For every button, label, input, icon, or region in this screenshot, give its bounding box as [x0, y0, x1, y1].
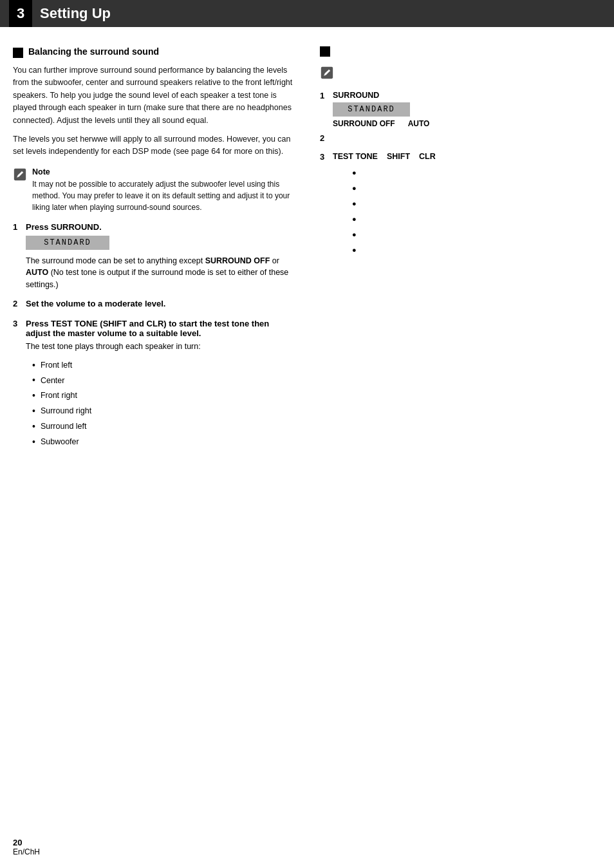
right-list-item [352, 180, 601, 196]
step-3-body: The test tone plays through each speaker… [26, 341, 294, 353]
shift-label: SHIFT [387, 152, 410, 161]
body-text-1: You can further improve surround sound p… [13, 64, 294, 127]
display-box-standard: STANDARD [26, 236, 109, 250]
note-icon [13, 167, 27, 182]
auto-bold: AUTO [26, 268, 48, 277]
step-1-body: The surround mode can be set to anything… [26, 255, 294, 291]
page-number: 20 [13, 838, 40, 847]
step-2-title: Set the volume to a moderate level. [26, 299, 294, 308]
note-text: It may not be possible to accurately adj… [32, 178, 294, 213]
right-surround-label: SURROUND [333, 91, 601, 100]
step-3: 3 Press TEST TONE (SHIFT and CLR) to sta… [13, 319, 294, 450]
step-2-content: Set the volume to a moderate level. [26, 299, 294, 311]
surround-options: SURROUND OFF AUTO [333, 119, 601, 128]
step-2-number: 2 [13, 299, 26, 308]
right-section-marker [320, 46, 330, 57]
step-2: 2 Set the volume to a moderate level. [13, 299, 294, 311]
left-column: Balancing the surround sound You can fur… [13, 46, 313, 457]
section-marker [13, 48, 23, 58]
right-column: 1 SURROUND STANDARD SURROUND OFF AUTO 2 … [313, 46, 601, 457]
body-text-2: The levels you set herwwe will apply to … [13, 133, 294, 158]
right-list-item [352, 196, 601, 211]
right-list-item [352, 211, 601, 227]
page-header: 3 Setting Up [0, 0, 614, 27]
right-speaker-list [352, 165, 601, 258]
list-item: Subwoofer [32, 435, 294, 450]
surround-off-label: SURROUND OFF [333, 119, 395, 128]
step-3-content: Press TEST TONE (SHIFT and CLR) to start… [26, 319, 294, 450]
chapter-title: Setting Up [40, 5, 111, 22]
right-step-3-content: TEST TONE SHIFT CLR [333, 152, 601, 258]
list-item: Surround left [32, 419, 294, 435]
step-1-content: Press SURROUND. STANDARD The surround mo… [26, 222, 294, 291]
test-tone-label: TEST TONE [333, 152, 378, 161]
right-test-tone-row: TEST TONE SHIFT CLR [333, 152, 601, 161]
step-1: 1 Press SURROUND. STANDARD The surround … [13, 222, 294, 291]
locale-label: En/ChH [13, 847, 40, 856]
right-display-standard: STANDARD [333, 102, 410, 117]
right-step-3: 3 TEST TONE SHIFT CLR [320, 152, 601, 258]
step-3-number: 3 [13, 319, 26, 328]
auto-option-label: AUTO [408, 119, 430, 128]
chapter-number: 3 [9, 0, 32, 27]
right-list-item [352, 242, 601, 258]
main-content: Balancing the surround sound You can fur… [0, 27, 614, 470]
right-note-icon [320, 66, 334, 80]
note-box: Note It may not be possible to accuratel… [13, 167, 294, 213]
right-section-marker-area [320, 46, 601, 57]
step-1-number: 1 [13, 222, 26, 232]
list-item: Front left [32, 358, 294, 373]
clr-label: CLR [419, 152, 436, 161]
right-note-icon-area [320, 66, 601, 82]
right-step-2: 2 [320, 133, 601, 143]
list-item: Center [32, 373, 294, 388]
step-1-title: Press SURROUND. [26, 222, 294, 232]
right-step-1-content: SURROUND STANDARD SURROUND OFF AUTO [333, 91, 601, 128]
right-step-3-number: 3 [320, 152, 333, 162]
section-title: Balancing the surround sound [28, 46, 159, 57]
right-list-item [352, 165, 601, 180]
note-label: Note [32, 167, 294, 176]
note-content: Note It may not be possible to accuratel… [32, 167, 294, 213]
right-step-2-number: 2 [320, 133, 333, 143]
step-3-title: Press TEST TONE (SHIFT and CLR) to start… [26, 319, 294, 338]
page-footer: 20 En/ChH [13, 838, 40, 856]
right-step-1-number: 1 [320, 91, 333, 100]
speaker-list: Front left Center Front right Surround r… [32, 358, 294, 450]
right-step-1: 1 SURROUND STANDARD SURROUND OFF AUTO [320, 91, 601, 128]
list-item: Front right [32, 388, 294, 404]
section-heading: Balancing the surround sound [13, 46, 294, 58]
right-list-item [352, 227, 601, 242]
list-item: Surround right [32, 404, 294, 419]
surround-off-bold: SURROUND OFF [205, 256, 270, 265]
